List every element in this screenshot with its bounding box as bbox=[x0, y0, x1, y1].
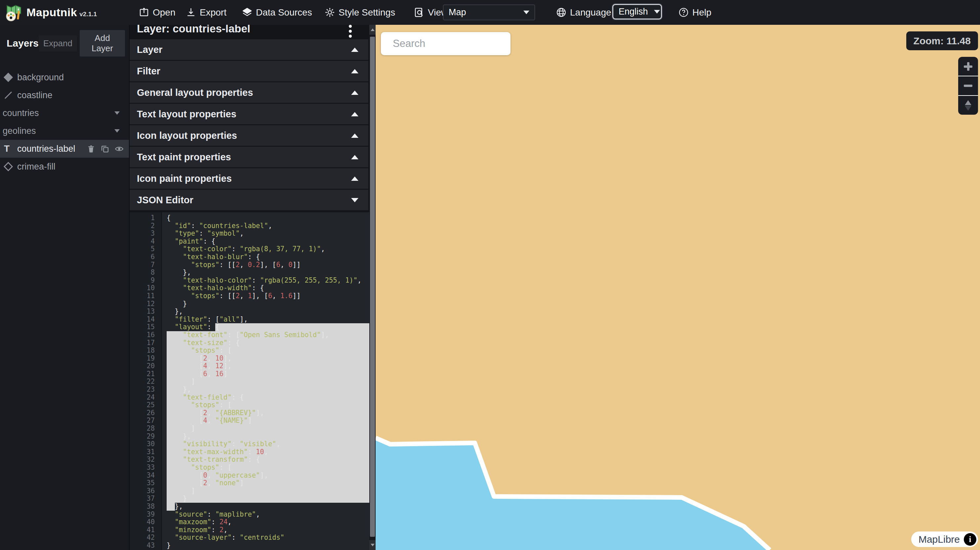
compass-button[interactable] bbox=[958, 96, 978, 115]
layer-list: backgroundcoastlinecountriesgeolinesTcou… bbox=[0, 68, 129, 175]
visibility-icon[interactable] bbox=[115, 145, 124, 153]
open-menu-item[interactable]: Open bbox=[139, 0, 175, 25]
style-settings-icon bbox=[325, 7, 335, 17]
code-line-19: 19 [2, 10], bbox=[130, 354, 370, 362]
zoom-out-button[interactable] bbox=[958, 76, 978, 95]
chevron-down-icon bbox=[654, 10, 660, 14]
code-line-23: 23 }, bbox=[130, 386, 370, 394]
layer-name: coastline bbox=[17, 90, 52, 100]
data-sources-menu-item[interactable]: Data Sources bbox=[242, 0, 312, 25]
code-line-34: 34 [0, "uppercase"], bbox=[130, 472, 370, 480]
layer-editor-panel: Layer: countries-label LayerFilterGenera… bbox=[129, 25, 375, 550]
collapse-up-icon bbox=[351, 91, 358, 95]
json-editor[interactable]: 1{2 "id": "countries-label",3 "type": "s… bbox=[130, 212, 370, 550]
info-icon[interactable]: i bbox=[964, 533, 976, 546]
code-line-38: 38 }, bbox=[130, 503, 370, 511]
section-text-paint-properties[interactable]: Text paint properties bbox=[130, 147, 368, 167]
zoom-indicator: Zoom: 11.48 bbox=[906, 32, 978, 50]
map-render bbox=[375, 25, 980, 550]
code-line-15: 15 "layout": { bbox=[130, 323, 370, 331]
code-line-27: 27 [4, "{NAME}"] bbox=[130, 417, 370, 425]
view-menu-item[interactable]: View bbox=[414, 0, 448, 25]
layer-name: geolines bbox=[3, 126, 36, 136]
code-line-40: 40 "maxzoom": 24, bbox=[130, 518, 370, 526]
add-layer-button[interactable]: Add Layer bbox=[80, 30, 125, 57]
chevron-down-icon bbox=[523, 11, 529, 14]
section-icon-paint-properties[interactable]: Icon paint properties bbox=[130, 168, 368, 189]
chevron-down-icon[interactable] bbox=[115, 111, 120, 115]
scrollbar-thumb[interactable] bbox=[370, 37, 375, 537]
code-line-22: 22 ] bbox=[130, 378, 370, 386]
code-line-36: 36 ] bbox=[130, 487, 370, 495]
chevron-down-icon[interactable] bbox=[115, 129, 120, 132]
fill-layer-icon bbox=[4, 73, 13, 82]
map-zoom-controls bbox=[958, 57, 978, 115]
app-title: Maputnik bbox=[27, 6, 77, 19]
plus-icon bbox=[964, 62, 972, 71]
language-select-value: English bbox=[619, 6, 648, 17]
app-version: v2.1.1 bbox=[80, 11, 97, 18]
layer-item-countries-label[interactable]: Tcountries-label bbox=[0, 140, 129, 158]
maputnik-app: Maputnik v2.1.1 Open Export Data Sources bbox=[0, 0, 980, 550]
code-line-6: 6 "text-halo-blur": { bbox=[130, 253, 370, 261]
export-menu-item[interactable]: Export bbox=[186, 0, 226, 25]
code-line-11: 11 "stops": [[2, 1], [6, 1.6]] bbox=[130, 292, 370, 300]
section-icon-layout-properties[interactable]: Icon layout properties bbox=[130, 125, 368, 146]
help-menu-item[interactable]: Help bbox=[678, 0, 711, 25]
scroll-down-icon[interactable] bbox=[369, 540, 375, 550]
compass-icon bbox=[965, 100, 971, 111]
collapse-up-icon bbox=[351, 134, 358, 138]
layer-group-geolines[interactable]: geolines bbox=[0, 122, 129, 140]
code-line-41: 41 "minzoom": 2, bbox=[130, 526, 370, 534]
collapse-up-icon bbox=[351, 112, 358, 116]
layer-editor-title: Layer: countries-label bbox=[137, 25, 250, 35]
open-icon bbox=[139, 7, 149, 17]
layer-item-crimea-fill[interactable]: crimea-fill bbox=[0, 158, 129, 175]
delete-icon[interactable] bbox=[87, 145, 95, 153]
code-line-28: 28 ] bbox=[130, 425, 370, 433]
scroll-up-icon[interactable] bbox=[369, 25, 375, 35]
data-sources-icon bbox=[242, 7, 252, 17]
layer-group-countries[interactable]: countries bbox=[0, 104, 129, 122]
code-line-4: 4 "paint": { bbox=[130, 238, 370, 246]
style-settings-menu-item[interactable]: Style Settings bbox=[325, 0, 395, 25]
view-select-value: Map bbox=[449, 7, 466, 17]
code-line-32: 32 "text-transform": { bbox=[130, 456, 370, 464]
attribution-label: MapLibre bbox=[918, 534, 960, 545]
map-canvas[interactable]: Zoom: 11.48 MapLibre i bbox=[375, 25, 980, 550]
zoom-in-button[interactable] bbox=[958, 57, 978, 76]
layer-item-background[interactable]: background bbox=[0, 68, 129, 86]
section-layer[interactable]: Layer bbox=[130, 39, 368, 60]
code-line-39: 39 "source": "maplibre", bbox=[130, 511, 370, 518]
code-line-8: 8 }, bbox=[130, 269, 370, 277]
expand-button[interactable]: Expand bbox=[39, 35, 77, 52]
more-options-icon[interactable] bbox=[345, 25, 355, 39]
duplicate-icon[interactable] bbox=[101, 145, 109, 153]
code-line-29: 29 }, bbox=[130, 433, 370, 440]
code-line-17: 17 "text-size": { bbox=[130, 339, 370, 347]
section-text-layout-properties[interactable]: Text layout properties bbox=[130, 104, 368, 124]
code-line-21: 21 [6, 16] bbox=[130, 370, 370, 378]
layer-name: countries-label bbox=[17, 144, 75, 154]
code-line-24: 24 "text-field": { bbox=[130, 394, 370, 402]
panel-scrollbar[interactable] bbox=[369, 25, 375, 550]
code-line-2: 2 "id": "countries-label", bbox=[130, 222, 370, 230]
search-input[interactable] bbox=[392, 37, 525, 50]
layer-name: background bbox=[17, 72, 64, 83]
collapse-up-icon bbox=[351, 48, 358, 52]
view-select[interactable]: Map bbox=[443, 5, 535, 20]
layer-item-coastline[interactable]: coastline bbox=[0, 86, 129, 104]
code-line-12: 12 } bbox=[130, 300, 370, 308]
layer-name: countries bbox=[3, 108, 39, 118]
code-line-37: 37 } bbox=[130, 495, 370, 503]
map-attribution[interactable]: MapLibre i bbox=[911, 531, 978, 547]
code-line-33: 33 "stops": [ bbox=[130, 464, 370, 472]
section-general-layout-properties[interactable]: General layout properties bbox=[130, 82, 368, 103]
section-json-editor[interactable]: JSON Editor bbox=[130, 190, 368, 210]
section-filter[interactable]: Filter bbox=[130, 61, 368, 81]
code-line-20: 20 [4, 12], bbox=[130, 362, 370, 370]
layers-title: Layers bbox=[6, 38, 39, 49]
code-line-7: 7 "stops": [[2, 0.2], [6, 0]] bbox=[130, 261, 370, 269]
language-select[interactable]: English bbox=[612, 4, 662, 19]
code-line-10: 10 "text-halo-width": { bbox=[130, 284, 370, 292]
